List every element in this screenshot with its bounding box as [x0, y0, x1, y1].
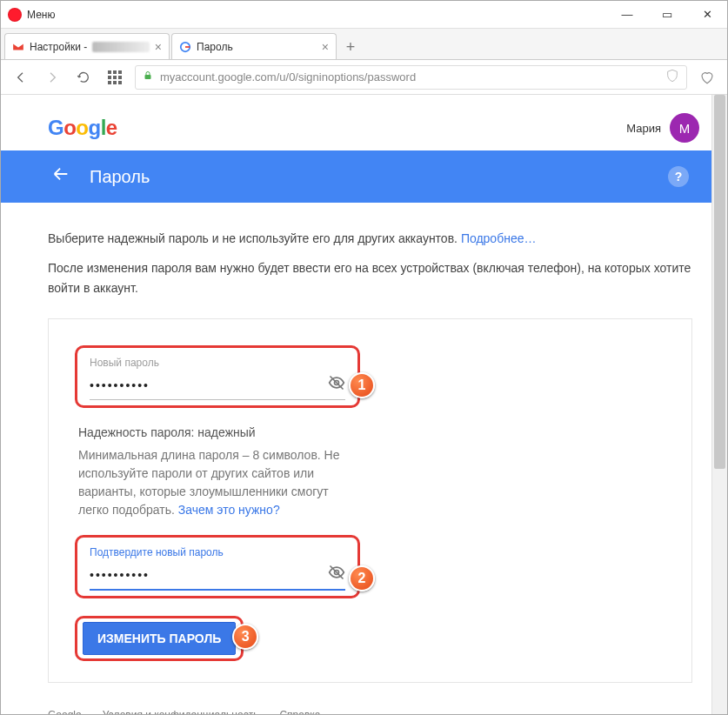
google-header: Google Мария М — [36, 105, 705, 150]
new-password-highlight: Новый пароль 1 — [75, 345, 360, 408]
footer-terms-link[interactable]: Условия и конфиденциальность — [103, 709, 259, 714]
help-button[interactable]: ? — [668, 166, 689, 187]
vertical-scrollbar[interactable] — [711, 95, 727, 714]
address-bar[interactable]: myaccount.google.com/u/0/signinoptions/p… — [135, 65, 687, 90]
nav-back-button[interactable] — [10, 66, 32, 89]
annotation-marker-3: 3 — [232, 624, 258, 650]
scrollbar-thumb[interactable] — [714, 95, 725, 469]
tab-title: Настройки - — [30, 41, 87, 53]
svg-rect-1 — [145, 75, 151, 79]
google-logo[interactable]: Google — [48, 116, 117, 140]
password-strength: Надежность пароля: надежный — [78, 425, 665, 439]
intro-text: Выберите надежный пароль и не используйт… — [36, 203, 705, 315]
new-password-label: Новый пароль — [90, 357, 345, 369]
page-footer: Google Условия и конфиденциальность Спра… — [36, 700, 705, 714]
confirm-password-label: Подтвердите новый пароль — [90, 546, 345, 558]
window-titlebar: Меню — ▭ ✕ — [1, 1, 727, 29]
window-minimize-button[interactable]: — — [607, 1, 647, 29]
tab-gmail-settings[interactable]: Настройки - × — [4, 33, 170, 59]
page-banner: Пароль ? — [1, 150, 727, 203]
menu-button[interactable]: Меню — [27, 9, 55, 21]
tab-close-button[interactable]: × — [155, 40, 162, 54]
url-text: myaccount.google.com/u/0/signinoptions/p… — [160, 70, 416, 84]
change-password-button[interactable]: ИЗМЕНИТЬ ПАРОЛЬ — [83, 622, 236, 655]
shield-icon[interactable] — [665, 69, 679, 85]
google-favicon — [179, 41, 191, 53]
tab-close-button[interactable]: × — [322, 40, 329, 54]
user-name: Мария — [626, 122, 661, 135]
footer-google-link[interactable]: Google — [48, 709, 82, 714]
speed-dial-button[interactable] — [104, 66, 126, 89]
page-title: Пароль — [90, 167, 150, 187]
tab-password[interactable]: Пароль × — [171, 33, 337, 59]
tab-strip: Настройки - × Пароль × + — [1, 29, 727, 60]
confirm-password-input[interactable] — [90, 568, 328, 582]
tab-title-masked — [92, 42, 150, 52]
confirm-password-highlight: Подтвердите новый пароль 2 — [75, 535, 360, 598]
avatar[interactable]: М — [670, 113, 699, 143]
annotation-marker-1: 1 — [349, 372, 375, 398]
window-maximize-button[interactable]: ▭ — [647, 1, 687, 29]
why-link[interactable]: Зачем это нужно? — [178, 503, 280, 517]
password-hint: Минимальная длина пароля – 8 символов. Н… — [78, 446, 357, 519]
password-form-card: Новый пароль 1 Надежность пароля: надежн… — [48, 318, 692, 683]
banner-back-button[interactable] — [51, 164, 70, 189]
footer-help-link[interactable]: Справка — [279, 709, 320, 714]
eye-off-icon[interactable] — [328, 564, 345, 585]
submit-highlight: ИЗМЕНИТЬ ПАРОЛЬ 3 — [75, 616, 244, 661]
lock-icon — [143, 70, 153, 84]
page-viewport: Google Мария М Пароль ? Выберите надежны… — [1, 95, 727, 714]
nav-reload-button[interactable] — [72, 66, 95, 89]
new-password-input[interactable] — [90, 378, 328, 392]
nav-forward-button[interactable] — [41, 66, 63, 89]
new-tab-button[interactable]: + — [338, 35, 363, 59]
learn-more-link[interactable]: Подробнее… — [461, 231, 537, 245]
opera-icon — [8, 8, 22, 22]
window-close-button[interactable]: ✕ — [687, 1, 727, 29]
gmail-icon — [12, 41, 24, 53]
toolbar: myaccount.google.com/u/0/signinoptions/p… — [1, 60, 727, 95]
tab-title: Пароль — [197, 41, 317, 53]
eye-off-icon[interactable] — [328, 374, 345, 396]
annotation-marker-2: 2 — [349, 565, 375, 591]
heart-button[interactable] — [696, 66, 718, 89]
